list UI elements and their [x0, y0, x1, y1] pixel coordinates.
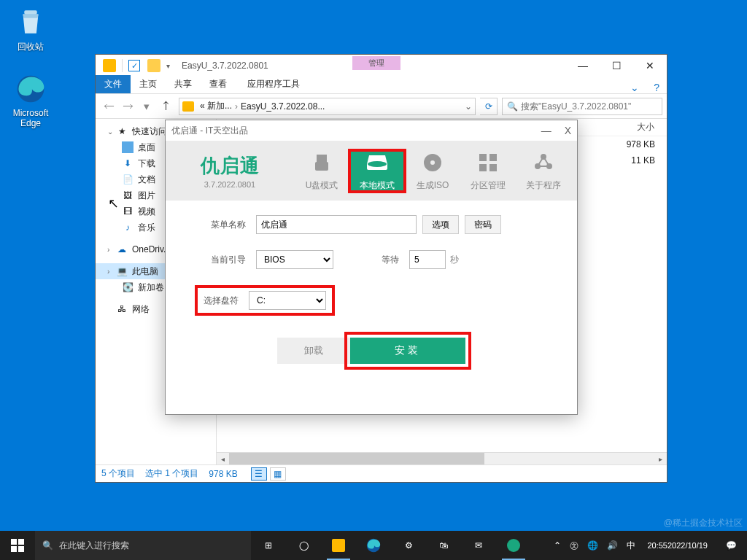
refresh-button[interactable]: ⟳ — [480, 98, 498, 115]
taskview-button[interactable]: ⊞ — [251, 531, 286, 560]
tab-local-mode[interactable]: 本地模式 — [349, 150, 405, 192]
mail-icon: ✉ — [475, 540, 482, 551]
maximize-button[interactable]: ☐ — [600, 55, 633, 77]
minimize-button[interactable]: — — [541, 125, 551, 136]
tab-iso[interactable]: 生成ISO — [405, 150, 460, 192]
tray-overflow-button[interactable]: ⌃ — [549, 531, 565, 560]
close-button[interactable]: ✕ — [633, 55, 667, 77]
tab-apptools[interactable]: 应用程序工具 — [239, 75, 309, 93]
desktop-recycle-bin[interactable]: 回收站 — [4, 4, 57, 53]
search-input[interactable] — [521, 101, 657, 112]
horizontal-scrollbar[interactable]: ◂ ▸ — [217, 452, 667, 464]
scrollbar-thumb[interactable] — [229, 453, 484, 465]
menu-name-input[interactable] — [256, 215, 417, 234]
ribbon-expand-button[interactable]: ⌄ — [623, 82, 646, 93]
help-button[interactable]: ? — [646, 82, 667, 93]
tab-file[interactable]: 文件 — [96, 75, 131, 93]
minimize-button[interactable]: ― — [566, 55, 600, 77]
breadcrumb-segment[interactable]: EasyU_3.7.2022.08... — [241, 101, 325, 112]
taskbar-apps: ⊞ ◯ ⚙ 🛍 ✉ — [251, 531, 531, 560]
password-button[interactable]: 密码 — [465, 215, 501, 234]
breadcrumb-segment[interactable]: « 新加... — [200, 100, 232, 112]
tab-view[interactable]: 查看 — [201, 75, 236, 93]
qat-properties-button[interactable]: ✓ — [128, 60, 140, 71]
window-controls: ― ☐ ✕ — [566, 55, 667, 77]
status-selected-count: 选中 1 个项目 — [145, 467, 198, 480]
clock-date: 2022/10/19 — [667, 540, 708, 551]
download-icon: ⬇ — [122, 158, 133, 169]
tray-volume-button[interactable]: 🔊 — [603, 531, 622, 560]
address-bar[interactable]: « 新加... › EasyU_3.7.2022.08... ⌄ — [179, 98, 476, 115]
disc-icon — [420, 150, 445, 175]
drive-icon: 💽 — [122, 281, 133, 293]
desktop-edge[interactable]: Microsoft Edge — [4, 71, 57, 128]
scroll-right-button[interactable]: ▸ — [654, 453, 667, 465]
ribbon-contextual-label: 管理 — [352, 56, 400, 70]
settings-taskbar-button[interactable]: ⚙ — [391, 531, 426, 560]
about-icon — [531, 150, 556, 175]
explorer-search[interactable]: 🔍 — [502, 98, 662, 115]
edge-icon — [365, 537, 382, 553]
tab-partition[interactable]: 分区管理 — [460, 150, 516, 192]
nav-up-button[interactable]: 🡑 — [157, 98, 174, 115]
music-icon: ♪ — [122, 222, 133, 233]
desktop-icon-label: 回收站 — [4, 41, 57, 53]
edge-taskbar-button[interactable] — [356, 531, 391, 560]
address-dropdown-button[interactable]: ⌄ — [465, 101, 472, 112]
watermark: @稀土掘金技术社区 — [664, 517, 743, 529]
tray-language-button[interactable]: 中 — [622, 531, 640, 560]
start-button[interactable] — [0, 531, 35, 560]
nav-back-button[interactable]: 🡐 — [100, 98, 117, 115]
mail-taskbar-button[interactable]: ✉ — [461, 531, 496, 560]
store-taskbar-button[interactable]: 🛍 — [426, 531, 461, 560]
options-button[interactable]: 选项 — [422, 215, 459, 234]
circle-icon: ◯ — [299, 540, 309, 551]
seconds-label: 秒 — [450, 254, 459, 266]
videos-icon: 🎞 — [122, 206, 133, 217]
cortana-button[interactable]: ◯ — [286, 531, 321, 560]
uninstall-button[interactable]: 卸载 — [277, 338, 350, 364]
folder-icon — [332, 539, 345, 552]
version-text: 3.7.2022.0801 — [166, 180, 294, 189]
drive-select[interactable]: C: — [249, 291, 326, 310]
qat-newfolder-button[interactable] — [147, 59, 160, 72]
wait-input[interactable] — [409, 250, 446, 269]
tray-network-button[interactable]: 🌐 — [583, 531, 603, 560]
taskbar-search[interactable]: 🔍 在此键入进行搜索 — [35, 531, 251, 560]
star-icon: ★ — [116, 125, 128, 137]
easyu-actions: 卸载 安装 — [195, 338, 548, 364]
recycle-bin-icon — [13, 4, 48, 39]
quick-access-toolbar: ✓ ▾ — [96, 59, 176, 72]
explorer-statusbar: 5 个项目 选中 1 个项目 978 KB ☰ ▦ — [96, 464, 667, 482]
search-placeholder: 在此键入进行搜索 — [59, 540, 129, 552]
column-size[interactable]: 大小 — [616, 121, 667, 133]
tab-about[interactable]: 关于程序 — [516, 150, 571, 192]
svg-rect-7 — [479, 154, 487, 161]
tray-notifications-button[interactable]: 💬 — [715, 531, 747, 560]
svg-point-4 — [368, 161, 387, 167]
search-icon: 🔍 — [42, 540, 53, 551]
file-size: 978 KB — [616, 139, 667, 149]
tab-share[interactable]: 共享 — [166, 75, 201, 93]
menu-name-label: 菜单名称 — [195, 219, 246, 231]
boot-select[interactable]: BIOS — [256, 250, 333, 269]
easyu-titlebar[interactable]: 优启通 - IT天空出品 — X — [166, 120, 577, 141]
nav-recent-button[interactable]: ▾ — [138, 98, 155, 115]
svg-rect-10 — [489, 164, 497, 171]
wait-label: 等待 — [355, 254, 399, 266]
close-button[interactable]: X — [565, 125, 571, 136]
view-details-button[interactable]: ☰ — [251, 467, 267, 481]
svg-rect-8 — [489, 154, 497, 161]
ribbon-tabs: 文件 主页 共享 查看 应用程序工具 ⌄ ? — [96, 77, 667, 94]
tray-ime-button[interactable]: ㉆ — [565, 531, 583, 560]
tab-usb-mode[interactable]: U盘模式 — [294, 150, 349, 192]
tray-clock[interactable]: 20:55 2022/10/19 — [640, 531, 715, 560]
easyu-taskbar-button[interactable] — [496, 531, 531, 560]
tab-home[interactable]: 主页 — [131, 75, 166, 93]
explorer-taskbar-button[interactable] — [321, 531, 356, 560]
install-button[interactable]: 安装 — [350, 338, 465, 364]
nav-forward-button[interactable]: 🡒 — [119, 98, 136, 115]
view-large-button[interactable]: ▦ — [270, 467, 286, 481]
scroll-left-button[interactable]: ◂ — [217, 453, 229, 465]
qat-customize-button[interactable]: ▾ — [166, 62, 170, 70]
